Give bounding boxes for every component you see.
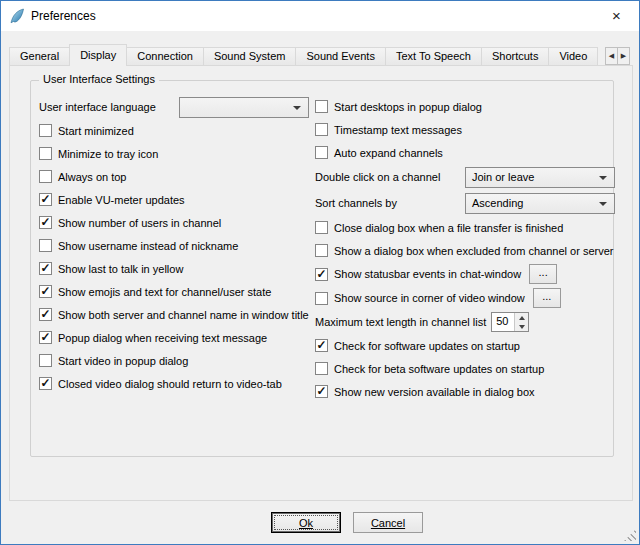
- checkbox-always-on-top[interactable]: Always on top: [39, 165, 309, 188]
- checkbox-start-desktops-popup[interactable]: Start desktops in popup dialog: [315, 95, 615, 118]
- sort-channels-label: Sort channels by: [315, 197, 397, 209]
- checkbox-box: [39, 377, 52, 390]
- title-bar[interactable]: Preferences ×: [1, 1, 639, 31]
- tab-shortcuts[interactable]: Shortcuts: [481, 47, 549, 65]
- spin-down-icon[interactable]: [515, 322, 528, 331]
- checkbox-popup-text-message[interactable]: Popup dialog when receiving text message: [39, 326, 309, 349]
- checkbox-box: [315, 292, 328, 305]
- checkbox-box: [315, 221, 328, 234]
- checkbox-box: [315, 244, 328, 257]
- checkbox-label: Start desktops in popup dialog: [334, 101, 482, 113]
- checkbox-box: [39, 285, 52, 298]
- max-text-length-value[interactable]: 50: [492, 313, 514, 331]
- sort-channels-combobox[interactable]: Ascending: [465, 193, 615, 214]
- checkbox-label: Close dialog box when a file transfer is…: [334, 222, 563, 234]
- checkbox-label: Show a dialog box when excluded from cha…: [334, 245, 613, 257]
- cancel-button[interactable]: Cancel: [353, 512, 423, 533]
- language-combobox[interactable]: [179, 97, 309, 118]
- tab-video[interactable]: Video: [548, 47, 598, 65]
- tab-sound-events[interactable]: Sound Events: [295, 47, 386, 65]
- checkbox-label: Show both server and channel name in win…: [58, 309, 309, 321]
- checkbox-server-channel-title[interactable]: Show both server and channel name in win…: [39, 303, 309, 326]
- checkbox-label: Auto expand channels: [334, 147, 443, 159]
- max-text-length-spinbox[interactable]: 50: [491, 312, 529, 332]
- checkbox-box: [39, 124, 52, 137]
- checkbox-label: Show last to talk in yellow: [58, 263, 183, 275]
- chevron-down-icon: [599, 176, 607, 180]
- checkbox-box: [39, 308, 52, 321]
- checkbox-start-video-popup[interactable]: Start video in popup dialog: [39, 349, 309, 372]
- checkbox-box: [315, 268, 328, 281]
- checkbox-label: Enable VU-meter updates: [58, 194, 185, 206]
- chevron-down-icon: [293, 106, 301, 110]
- checkbox-box: [315, 123, 328, 136]
- tab-connection[interactable]: Connection: [126, 47, 204, 65]
- checkbox-enable-vu-meter[interactable]: Enable VU-meter updates: [39, 188, 309, 211]
- checkbox-new-version-dialog[interactable]: Show new version available in dialog box: [315, 380, 615, 403]
- tab-scroll-right-icon[interactable]: ▶: [617, 47, 630, 65]
- checkbox-box: [39, 354, 52, 367]
- checkbox-start-minimized[interactable]: Start minimized: [39, 119, 309, 142]
- video-source-browse-button[interactable]: ...: [533, 288, 561, 308]
- double-click-combobox[interactable]: Join or leave: [465, 167, 615, 188]
- window-title: Preferences: [31, 9, 96, 23]
- checkbox-video-source-corner[interactable]: Show source in corner of video window: [315, 286, 525, 310]
- checkbox-last-talk-yellow[interactable]: Show last to talk in yellow: [39, 257, 309, 280]
- checkbox-timestamp-messages[interactable]: Timestamp text messages: [315, 118, 615, 141]
- checkbox-show-emojis[interactable]: Show emojis and text for channel/user st…: [39, 280, 309, 303]
- checkbox-closed-video-return[interactable]: Closed video dialog should return to vid…: [39, 372, 309, 395]
- checkbox-label: Closed video dialog should return to vid…: [58, 378, 282, 390]
- checkbox-check-beta-updates[interactable]: Check for beta software updates on start…: [315, 357, 615, 380]
- tab-display[interactable]: Display: [69, 44, 127, 66]
- checkbox-box: [39, 170, 52, 183]
- checkbox-label: Show username instead of nickname: [58, 240, 238, 252]
- video-source-row: Show source in corner of video window ..…: [315, 286, 615, 310]
- checkbox-label: Show source in corner of video window: [334, 292, 525, 304]
- app-icon: [9, 8, 25, 24]
- sort-channels-value: Ascending: [472, 197, 523, 209]
- tab-scroll-control: ◀ ▶: [605, 47, 630, 65]
- checkbox-label: Show statusbar events in chat-window: [334, 268, 521, 280]
- checkbox-label: Start minimized: [58, 125, 134, 137]
- tab-sound-system[interactable]: Sound System: [203, 47, 297, 65]
- checkbox-label: Start video in popup dialog: [58, 355, 188, 367]
- checkbox-excluded-dialog[interactable]: Show a dialog box when excluded from cha…: [315, 239, 615, 262]
- checkbox-box: [315, 339, 328, 352]
- checkbox-statusbar-events[interactable]: Show statusbar events in chat-window: [315, 262, 521, 286]
- spin-up-icon[interactable]: [515, 313, 528, 322]
- checkbox-show-username[interactable]: Show username instead of nickname: [39, 234, 309, 257]
- checkbox-auto-expand-channels[interactable]: Auto expand channels: [315, 141, 615, 164]
- group-title: User Interface Settings: [39, 73, 159, 85]
- ui-settings-group: User Interface Settings User interface l…: [30, 80, 614, 457]
- tab-text-to-speech[interactable]: Text To Speech: [385, 47, 482, 65]
- checkbox-box: [39, 193, 52, 206]
- ok-button[interactable]: Ok: [271, 512, 341, 533]
- close-button[interactable]: ×: [594, 1, 639, 30]
- double-click-row: Double click on a channel Join or leave: [315, 164, 615, 190]
- statusbar-events-row: Show statusbar events in chat-window ...: [315, 262, 615, 286]
- statusbar-events-browse-button[interactable]: ...: [529, 264, 557, 284]
- checkbox-close-filetransfer-dialog[interactable]: Close dialog box when a file transfer is…: [315, 216, 615, 239]
- resize-grip[interactable]: [624, 529, 636, 541]
- tab-general[interactable]: General: [9, 47, 70, 65]
- language-row: User interface language: [39, 95, 309, 119]
- checkbox-box: [39, 216, 52, 229]
- double-click-label: Double click on a channel: [315, 171, 440, 183]
- checkbox-box: [315, 146, 328, 159]
- checkbox-label: Always on top: [58, 171, 126, 183]
- checkbox-label: Show new version available in dialog box: [334, 386, 535, 398]
- left-column: User interface language Start minimized …: [39, 95, 309, 395]
- checkbox-label: Check for software updates on startup: [334, 340, 520, 352]
- checkbox-box: [39, 331, 52, 344]
- max-text-length-label: Maximum text length in channel list: [315, 316, 486, 328]
- checkbox-box: [315, 385, 328, 398]
- checkbox-box: [39, 262, 52, 275]
- display-tab-page: User Interface Settings User interface l…: [9, 65, 633, 501]
- checkbox-check-updates[interactable]: Check for software updates on startup: [315, 334, 615, 357]
- right-column: Start desktops in popup dialog Timestamp…: [315, 95, 615, 403]
- checkbox-show-user-count[interactable]: Show number of users in channel: [39, 211, 309, 234]
- language-label: User interface language: [39, 101, 156, 113]
- checkbox-minimize-to-tray[interactable]: Minimize to tray icon: [39, 142, 309, 165]
- checkbox-label: Show emojis and text for channel/user st…: [58, 286, 271, 298]
- checkbox-box: [315, 362, 328, 375]
